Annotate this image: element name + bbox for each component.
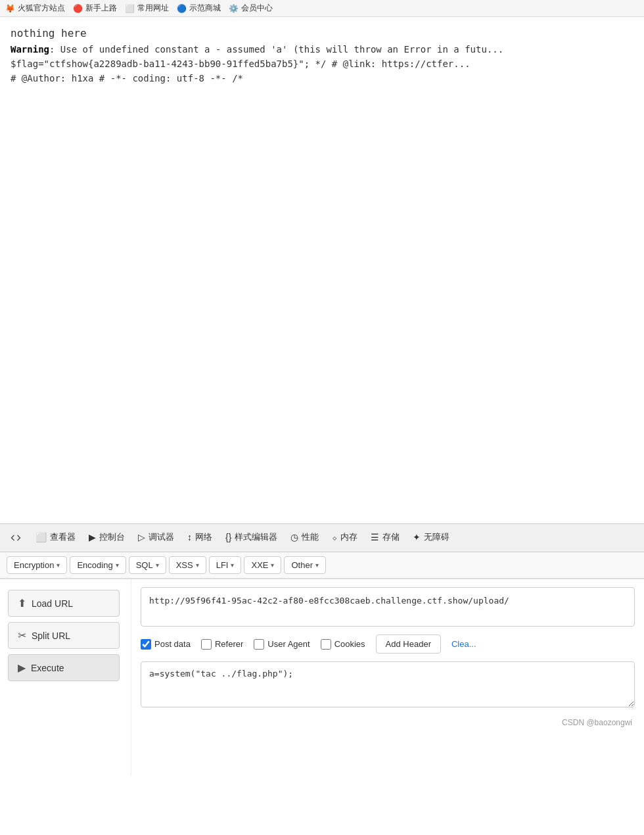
bookmark-item-1[interactable]: 🦊 火狐官方站点: [5, 3, 65, 14]
tab-viewer-label: 查看器: [50, 531, 76, 543]
xss-label: XSS: [176, 560, 193, 570]
cookies-checkbox[interactable]: [321, 639, 331, 650]
bookmark-label-1: 火狐官方站点: [18, 3, 65, 14]
user-agent-checkbox[interactable]: [254, 639, 264, 650]
accessibility-icon: ✦: [413, 532, 421, 542]
tab-performance-label: 性能: [302, 531, 319, 543]
referer-checkbox-item[interactable]: Referer: [201, 639, 243, 650]
tab-network[interactable]: ↕ 网络: [181, 527, 219, 548]
bookmark-icon-3: ⬜: [125, 4, 135, 13]
style-editor-icon: {}: [225, 532, 231, 542]
bookmark-item-2[interactable]: 🔴 新手上路: [73, 3, 117, 14]
encryption-dropdown[interactable]: Encryption ▾: [7, 556, 67, 574]
add-header-button[interactable]: Add Header: [376, 634, 441, 654]
hackbar-toolbar: Encryption ▾ Encoding ▾ SQL ▾ XSS ▾ LFI …: [0, 552, 644, 579]
tab-style-editor-label: 样式编辑器: [235, 531, 277, 543]
cookies-checkbox-item[interactable]: Cookies: [321, 639, 365, 650]
split-url-button[interactable]: ✂ Split URL: [8, 622, 120, 649]
watermark: CSDN @baozongwi: [141, 718, 635, 727]
debugger-icon: ▷: [138, 532, 145, 542]
lfi-dropdown[interactable]: LFI ▾: [209, 556, 242, 574]
xss-dropdown[interactable]: XSS ▾: [169, 556, 206, 574]
load-url-button[interactable]: ⬆ Load URL: [8, 590, 120, 617]
bookmark-icon-4: 🔵: [177, 4, 187, 13]
lfi-label: LFI: [216, 560, 229, 570]
split-url-label: Split URL: [32, 631, 70, 641]
clear-link[interactable]: Clea...: [451, 639, 476, 649]
encoding-dropdown[interactable]: Encoding ▾: [70, 556, 126, 574]
user-agent-label: User Agent: [267, 639, 310, 649]
post-data-checkbox[interactable]: [141, 639, 151, 650]
encoding-arrow: ▾: [116, 561, 119, 569]
post-data-checkbox-item[interactable]: Post data: [141, 639, 191, 650]
xxe-dropdown[interactable]: XXE ▾: [244, 556, 281, 574]
other-dropdown[interactable]: Other ▾: [284, 556, 326, 574]
execute-label: Execute: [31, 663, 64, 673]
devtools-main-icon[interactable]: [5, 527, 26, 548]
user-agent-checkbox-item[interactable]: User Agent: [254, 639, 310, 650]
tab-memory-label: 内存: [340, 531, 357, 543]
tab-debugger-label: 调试器: [149, 531, 174, 543]
lfi-arrow: ▾: [231, 561, 234, 569]
bookmark-bar: 🦊 火狐官方站点 🔴 新手上路 ⬜ 常用网址 🔵 示范商城 ⚙️ 会员中心: [0, 0, 644, 17]
execute-button[interactable]: ▶ Execute: [8, 654, 120, 681]
hackbar-left-panel: ⬆ Load URL ✂ Split URL ▶ Execute: [0, 579, 131, 776]
tab-storage[interactable]: ☰ 存储: [364, 527, 406, 548]
sql-arrow: ▾: [156, 561, 159, 569]
cookies-label: Cookies: [334, 639, 365, 649]
console-icon: ▶: [89, 532, 96, 542]
tab-performance[interactable]: ◷ 性能: [284, 527, 325, 548]
bookmark-label-3: 常用网址: [137, 3, 169, 14]
tab-memory[interactable]: ⬦ 内存: [325, 527, 364, 548]
tab-console-label: 控制台: [99, 531, 125, 543]
bookmark-icon-5: ⚙️: [229, 4, 239, 13]
url-input[interactable]: http://95f96f41-95ac-42c2-af80-e8fcc308c…: [141, 587, 635, 627]
other-arrow: ▾: [315, 561, 319, 569]
warning-text: : Use of undefined constant a - assumed …: [49, 44, 503, 55]
tab-viewer[interactable]: ⬜ 查看器: [29, 527, 82, 548]
bookmark-label-5: 会员中心: [241, 3, 273, 14]
execute-icon: ▶: [18, 661, 26, 674]
tab-debugger[interactable]: ▷ 调试器: [131, 527, 181, 548]
tab-accessibility-label: 无障碍: [424, 531, 449, 543]
referer-checkbox[interactable]: [201, 639, 212, 650]
bookmark-icon-2: 🔴: [73, 4, 83, 13]
main-content: nothing here Warning: Use of undefined c…: [0, 17, 644, 523]
load-url-label: Load URL: [32, 598, 73, 609]
other-label: Other: [291, 560, 313, 570]
tab-style-editor[interactable]: {} 样式编辑器: [219, 527, 284, 548]
bookmark-label-2: 新手上路: [85, 3, 117, 14]
bookmark-item-3[interactable]: ⬜ 常用网址: [125, 3, 169, 14]
nothing-here-text: nothing here: [11, 25, 633, 42]
bookmark-item-4[interactable]: 🔵 示范商城: [177, 3, 221, 14]
xxe-arrow: ▾: [271, 561, 274, 569]
referer-label: Referer: [215, 639, 243, 649]
tab-console[interactable]: ▶ 控制台: [82, 527, 131, 548]
author-line: # @Author: h1xa # -*- coding: utf-8 -*- …: [11, 71, 633, 85]
xss-arrow: ▾: [196, 561, 199, 569]
sql-dropdown[interactable]: SQL ▾: [129, 556, 166, 574]
network-icon: ↕: [187, 532, 192, 542]
xxe-label: XXE: [251, 560, 268, 570]
add-header-label: Add Header: [386, 639, 431, 649]
sql-label: SQL: [136, 560, 153, 570]
tab-storage-label: 存储: [382, 531, 400, 543]
hackbar-right-panel: http://95f96f41-95ac-42c2-af80-e8fcc308c…: [131, 579, 644, 776]
encryption-arrow: ▾: [57, 561, 60, 569]
split-url-icon: ✂: [18, 629, 26, 642]
options-row: Post data Referer User Agent Cookies Add…: [141, 634, 635, 654]
post-data-textarea[interactable]: [141, 661, 635, 707]
bookmark-icon-1: 🦊: [5, 4, 15, 13]
flag-line: $flag="ctfshow{a2289adb-ba11-4243-bb90-9…: [11, 57, 633, 71]
storage-icon: ☰: [371, 532, 379, 542]
clear-label: Clea...: [451, 639, 476, 649]
post-data-label: Post data: [154, 639, 191, 649]
memory-icon: ⬦: [332, 532, 337, 542]
bookmark-item-5[interactable]: ⚙️ 会员中心: [229, 3, 273, 14]
tab-network-label: 网络: [195, 531, 212, 543]
encoding-label: Encoding: [77, 560, 112, 570]
url-value: http://95f96f41-95ac-42c2-af80-e8fcc308c…: [149, 596, 509, 606]
bookmark-label-4: 示范商城: [189, 3, 221, 14]
tab-accessibility[interactable]: ✦ 无障碍: [406, 527, 456, 548]
hackbar-panel: ⬆ Load URL ✂ Split URL ▶ Execute http://…: [0, 579, 644, 776]
